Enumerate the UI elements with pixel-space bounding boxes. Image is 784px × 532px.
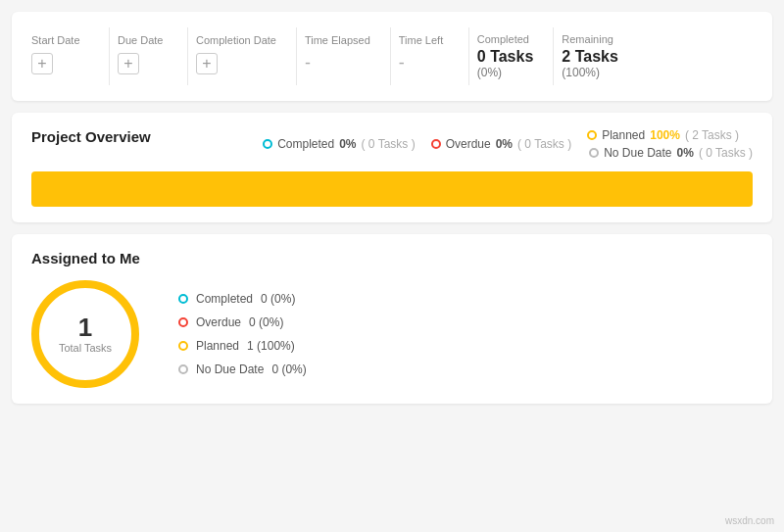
legend-planned-name: Planned	[602, 128, 645, 142]
legend-completed-name: Completed	[277, 137, 334, 151]
legend-planned-percent: 100%	[650, 128, 680, 142]
progress-bar	[31, 171, 753, 207]
assigned-planned-name: Planned	[196, 339, 239, 353]
total-tasks-number: 1	[78, 314, 92, 340]
assigned-nodate-dot-icon	[178, 364, 188, 374]
assigned-nodate-name: No Due Date	[196, 363, 264, 376]
legend-nodate-name: No Due Date	[604, 146, 671, 160]
completion-date-stat: Completion Date +	[188, 27, 297, 85]
legend-overdue-name: Overdue	[446, 137, 491, 151]
legend-overdue-tasks: ( 0 Tasks )	[517, 137, 571, 151]
legend-item-overdue: Overdue 0% ( 0 Tasks )	[431, 137, 572, 151]
assigned-overdue-dot-icon	[178, 317, 188, 327]
remaining-stat: Remaining 2 Tasks (100%)	[554, 27, 632, 85]
start-date-add-button[interactable]: +	[31, 53, 53, 74]
time-elapsed-value: -	[305, 53, 311, 73]
legend-overdue-percent: 0%	[496, 137, 513, 151]
legend-planned-tasks: ( 2 Tasks )	[685, 128, 739, 142]
legend-nodate-percent: 0%	[677, 146, 694, 160]
assigned-planned-value: 1 (100%)	[247, 339, 295, 353]
assigned-legend: Completed 0 (0%) Overdue 0 (0%) Planned …	[178, 292, 307, 376]
time-left-label: Time Left	[399, 33, 443, 47]
legend-right-group: Planned 100% ( 2 Tasks ) No Due Date 0% …	[587, 128, 753, 160]
assigned-content: 1 Total Tasks Completed 0 (0%) Overdue 0…	[31, 280, 753, 388]
overview-legend: Completed 0% ( 0 Tasks ) Overdue 0% ( 0 …	[263, 128, 753, 160]
due-date-label: Due Date	[118, 33, 163, 47]
assigned-overdue-value: 0 (0%)	[249, 315, 283, 329]
overview-header: Project Overview Completed 0% ( 0 Tasks …	[31, 128, 753, 160]
assigned-overdue-name: Overdue	[196, 315, 241, 329]
legend-item-nodate: No Due Date 0% ( 0 Tasks )	[587, 146, 753, 160]
overview-title: Project Overview	[31, 128, 151, 145]
completed-tasks: 0 Tasks	[477, 47, 534, 66]
remaining-percent: (100%)	[562, 66, 600, 79]
planned-dot-icon	[587, 130, 597, 140]
legend-item-planned: Planned 100% ( 2 Tasks )	[587, 128, 753, 142]
stats-card: Start Date + Due Date + Completion Date …	[12, 12, 772, 101]
completion-date-label: Completion Date	[196, 33, 276, 47]
assigned-planned-dot-icon	[178, 341, 188, 351]
overdue-dot-icon	[431, 139, 441, 149]
completed-stat: Completed 0 Tasks (0%)	[469, 27, 555, 85]
time-elapsed-stat: Time Elapsed -	[297, 27, 391, 85]
remaining-tasks: 2 Tasks	[562, 47, 618, 66]
stats-row: Start Date + Due Date + Completion Date …	[31, 27, 753, 85]
assigned-nodate-value: 0 (0%)	[271, 363, 306, 376]
assigned-completed-value: 0 (0%)	[261, 292, 295, 306]
total-tasks-label: Total Tasks	[59, 342, 112, 354]
completion-date-add-button[interactable]: +	[196, 53, 218, 74]
due-date-stat: Due Date +	[110, 27, 188, 85]
completed-label: Completed	[477, 33, 529, 45]
legend-item-completed: Completed 0% ( 0 Tasks )	[263, 137, 416, 151]
completed-dot-icon	[263, 139, 272, 149]
assigned-to-me-card: Assigned to Me 1 Total Tasks Completed 0…	[12, 234, 772, 404]
assigned-title: Assigned to Me	[31, 250, 753, 266]
time-left-value: -	[399, 53, 405, 73]
assigned-completed-dot-icon	[178, 294, 188, 304]
project-overview-card: Project Overview Completed 0% ( 0 Tasks …	[12, 113, 772, 222]
legend-completed-percent: 0%	[339, 137, 356, 151]
assigned-legend-completed: Completed 0 (0%)	[178, 292, 307, 306]
total-tasks-circle: 1 Total Tasks	[31, 280, 139, 388]
time-left-stat: Time Left -	[391, 27, 469, 85]
legend-nodate-tasks: ( 0 Tasks )	[699, 146, 753, 160]
assigned-legend-nodate: No Due Date 0 (0%)	[178, 363, 307, 376]
assigned-legend-overdue: Overdue 0 (0%)	[178, 315, 307, 329]
assigned-completed-name: Completed	[196, 292, 253, 306]
remaining-label: Remaining	[562, 33, 613, 45]
start-date-stat: Start Date +	[31, 27, 110, 85]
due-date-add-button[interactable]: +	[118, 53, 139, 74]
nodate-dot-icon	[589, 148, 599, 158]
assigned-legend-planned: Planned 1 (100%)	[178, 339, 307, 353]
completed-percent: (0%)	[477, 66, 502, 79]
legend-completed-tasks: ( 0 Tasks )	[362, 137, 416, 151]
time-elapsed-label: Time Elapsed	[305, 33, 370, 47]
start-date-label: Start Date	[31, 33, 80, 47]
